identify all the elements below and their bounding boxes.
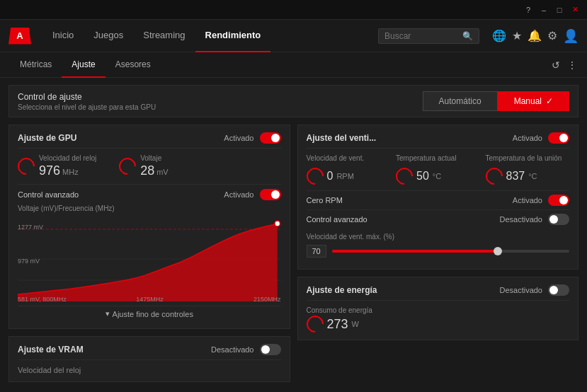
temp-union-metric: Temperatura de la unión 837 °C	[486, 154, 570, 185]
fan-speed-value: 0	[327, 170, 334, 183]
vram-card-header: Ajuste de VRAM Desactivado	[18, 344, 281, 360]
fan-slider-track[interactable]	[332, 250, 570, 253]
clock-speed-label: Velocidad del reloj	[39, 154, 96, 162]
chart-ymax: 1277 mV	[18, 224, 43, 231]
gpu-adv-row: Control avanzado Activado	[18, 184, 281, 204]
consumo-unit: W	[352, 320, 359, 328]
mode-toggle-group: Automático Manual ✓	[423, 91, 569, 111]
clock-gauge-icon	[14, 154, 38, 178]
fan-card: Ajuste del venti... Activado Velocidad d…	[297, 125, 579, 270]
control-ajuste-subtitle: Selecciona el nivel de ajuste para esta …	[18, 103, 423, 111]
energia-card-title: Ajuste de energía	[307, 285, 500, 295]
fan-adv-status: Desactivado	[499, 215, 542, 224]
temp-union-label: Temperatura de la unión	[486, 154, 562, 162]
gpu-adv-label: Control avanzado	[18, 190, 224, 199]
chart-ymid: 979 mV	[18, 258, 40, 265]
nav-inicio[interactable]: Inicio	[42, 20, 84, 52]
main-content: Control de ajuste Selecciona el nivel de…	[0, 78, 587, 392]
fan-card-status: Activado	[513, 134, 542, 142]
amd-logo: A	[8, 28, 31, 45]
fan-speed-slider-container: Velocidad de vent. máx. (%) 70	[307, 229, 570, 262]
zero-rpm-toggle[interactable]	[548, 195, 569, 206]
gpu-card-title: Ajuste de GPU	[18, 133, 224, 143]
gpu-card-header: Ajuste de GPU Activado	[18, 132, 281, 149]
voltage-metric: Voltaje 28 mV	[119, 154, 169, 178]
volt-freq-chart	[18, 217, 281, 301]
voltage-values: Voltaje 28 mV	[140, 154, 169, 178]
fan-metrics: Velocidad de vent. 0 RPM Temperatura act…	[307, 154, 570, 185]
clock-speed-value: 976	[39, 163, 60, 178]
fan-slider-value: 70	[307, 245, 326, 258]
search-bar: 🔍	[378, 28, 479, 44]
star-icon[interactable]: ★	[512, 29, 522, 42]
fan-speed-label: Velocidad de vent.	[307, 154, 365, 162]
gpu-metrics-row: Velocidad del reloj 976 MHz Voltaje	[18, 154, 281, 178]
globe-icon[interactable]: 🌐	[492, 29, 506, 42]
chevron-down-icon: ▾	[106, 309, 110, 318]
vram-card-title: Ajuste de VRAM	[18, 345, 211, 354]
energia-card-header: Ajuste de energía Desactivado	[307, 284, 570, 301]
consumo-label: Consumo de energía 273 W	[307, 306, 372, 333]
gpu-toggle[interactable]	[260, 132, 281, 144]
minimize-button[interactable]: –	[537, 4, 550, 16]
gear-icon[interactable]: ⚙	[547, 29, 557, 42]
gpu-card: Ajuste de GPU Activado Velocidad del rel…	[8, 125, 290, 329]
temp-current-label: Temperatura actual	[396, 154, 457, 162]
tab-action-icons: ↺ ⋮	[552, 59, 577, 71]
bell-icon[interactable]: 🔔	[528, 29, 542, 42]
manual-button[interactable]: Manual ✓	[498, 91, 569, 111]
fan-adv-label: Control avanzado	[307, 215, 500, 224]
control-ajuste-title: Control de ajuste	[18, 92, 423, 102]
fan-speed-unit: RPM	[336, 172, 353, 180]
control-ajuste-label: Control de ajuste Selecciona el nivel de…	[18, 92, 423, 111]
energia-card-status: Desactivado	[499, 286, 542, 294]
fan-card-title: Ajuste del venti...	[307, 133, 513, 143]
chart-x1: 1475MHz	[136, 296, 164, 303]
fan-card-header: Ajuste del venti... Activado	[307, 132, 570, 149]
temp-current-metric: Temperatura actual 50 °C	[396, 154, 480, 185]
voltage-unit: mV	[156, 168, 169, 176]
search-icon: 🔍	[462, 31, 473, 41]
gpu-card-status: Activado	[224, 134, 253, 142]
user-icon[interactable]: 👤	[563, 28, 579, 44]
search-input[interactable]	[384, 31, 462, 41]
fan-slider-label: Velocidad de vent. máx. (%)	[307, 233, 570, 241]
titlebar: ? – □ ✕	[0, 0, 587, 20]
fan-slider-fill	[332, 250, 498, 253]
zero-rpm-status: Activado	[513, 196, 542, 204]
zero-rpm-row: Cero RPM Activado	[307, 190, 570, 209]
refresh-icon[interactable]: ↺	[552, 59, 560, 71]
svg-point-3	[275, 221, 280, 226]
gpu-adv-toggle[interactable]	[260, 189, 281, 200]
tabbar: Métricas Ajuste Asesores ↺ ⋮	[0, 52, 587, 78]
nav-rendimiento[interactable]: Rendimiento	[195, 20, 271, 52]
consumo-label-text: Consumo de energía	[307, 306, 372, 314]
fan-speed-metric: Velocidad de vent. 0 RPM	[307, 154, 391, 185]
fine-ctrl-label: Ajuste fino de controles	[113, 310, 193, 318]
chart-label: Voltaje (mV)/Frecuencia (MHz)	[18, 204, 281, 212]
maximize-button[interactable]: □	[553, 4, 566, 16]
fan-adv-toggle[interactable]	[548, 214, 569, 225]
help-button[interactable]: ?	[522, 4, 535, 16]
vram-toggle[interactable]	[260, 344, 281, 355]
voltage-label: Voltaje	[140, 154, 169, 162]
more-icon[interactable]: ⋮	[567, 59, 577, 71]
fine-controls-toggle[interactable]: ▾ Ajuste fino de controles	[18, 306, 281, 321]
chart-x0: 581 mV, 800MHz	[18, 296, 67, 303]
temp-union-gauge	[482, 164, 506, 188]
tab-ajuste[interactable]: Ajuste	[62, 52, 105, 78]
check-icon: ✓	[546, 96, 553, 106]
clock-speed-metric: Velocidad del reloj 976 MHz	[18, 154, 96, 178]
auto-button[interactable]: Automático	[423, 91, 498, 111]
tab-asesores[interactable]: Asesores	[106, 52, 161, 78]
vram-sub-label: Velocidad del reloj	[18, 366, 281, 374]
nav-juegos[interactable]: Juegos	[84, 20, 133, 52]
fan-slider-thumb[interactable]	[494, 247, 502, 255]
close-button[interactable]: ✕	[569, 4, 581, 16]
tab-metricas[interactable]: Métricas	[10, 52, 62, 78]
nav-streaming[interactable]: Streaming	[133, 20, 195, 52]
fan-toggle[interactable]	[548, 132, 569, 144]
energia-toggle[interactable]	[548, 284, 569, 296]
two-col-layout: Ajuste de GPU Activado Velocidad del rel…	[8, 125, 579, 389]
consumo-value: 273	[327, 317, 348, 332]
